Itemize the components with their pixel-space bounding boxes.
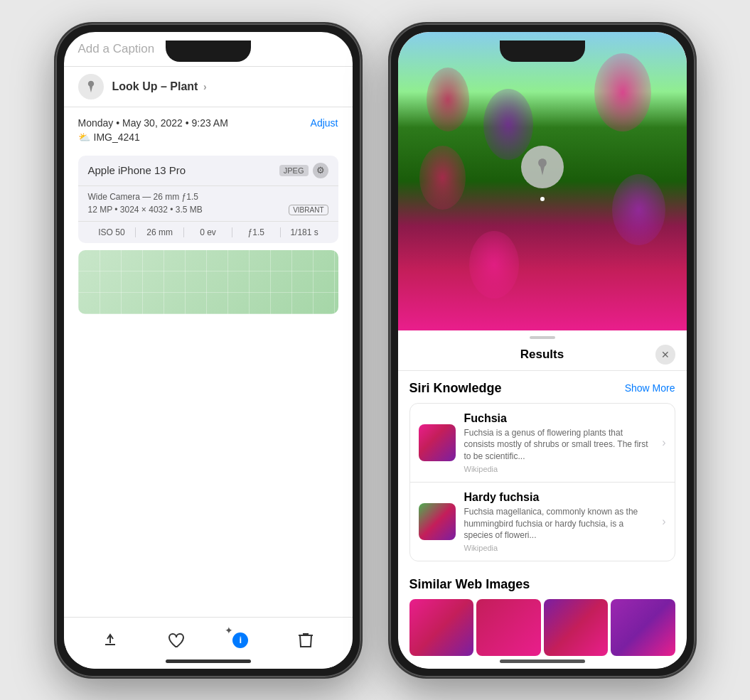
fuchsia-description: Fuchsia is a genus of flowering plants t…	[464, 427, 654, 463]
map-thumbnail[interactable]	[78, 250, 338, 314]
results-title: Results	[520, 348, 564, 362]
image-name-row: ⛅ IMG_4241	[78, 131, 338, 143]
results-body: Siri Knowledge Show More Fuchsia Fuchsia…	[398, 371, 687, 669]
like-button[interactable]	[161, 626, 190, 655]
volume-up-button-2[interactable]	[390, 151, 390, 194]
phone-2: Results ✕ Siri Knowledge Show More	[390, 23, 695, 677]
exif-iso: ISO 50	[88, 227, 136, 237]
device-name-text: Apple iPhone 13 Pro	[88, 164, 186, 176]
camera-line2: 12 MP • 3024 × 4032 • 3.5 MB VIBRANT	[88, 205, 328, 215]
info-button[interactable]: ✦ i	[226, 626, 255, 655]
exif-shutter: 1/181 s	[281, 227, 328, 237]
volume-down-button[interactable]	[55, 205, 56, 247]
home-bar-2	[500, 659, 585, 663]
jpeg-badge: JPEG	[279, 165, 309, 176]
web-images-grid	[409, 599, 675, 656]
date-section: Monday • May 30, 2022 • 9:23 AM Adjust ⛅…	[64, 107, 353, 149]
fuchsia-text: Fuchsia Fuchsia is a genus of flowering …	[464, 412, 654, 473]
lookup-text: Look Up – Plant ›	[112, 80, 207, 93]
siri-knowledge-header: Siri Knowledge Show More	[409, 381, 675, 396]
exif-aperture: ƒ1.5	[232, 227, 281, 237]
info-circle-icon: i	[232, 632, 248, 648]
home-bar-1	[166, 659, 251, 663]
photo-display-2[interactable]	[398, 32, 687, 330]
knowledge-card: Fuchsia Fuchsia is a genus of flowering …	[409, 403, 675, 562]
notch-2	[500, 41, 585, 62]
visual-search-dot	[540, 197, 545, 201]
results-close-button[interactable]: ✕	[655, 345, 675, 365]
hardy-fuchsia-thumbnail	[419, 503, 456, 540]
results-header: Results ✕	[398, 339, 687, 371]
notch-1	[166, 41, 251, 62]
web-image-4[interactable]	[611, 599, 675, 656]
power-button[interactable]	[360, 137, 361, 187]
exif-row: ISO 50 26 mm 0 ev ƒ1.5 1/181 s	[78, 222, 338, 243]
settings-icon[interactable]: ⚙	[313, 163, 328, 178]
image-filename: IMG_4241	[94, 131, 140, 143]
photo-info-area: Add a Caption Look Up – Plant ›	[64, 32, 353, 314]
share-button[interactable]	[96, 626, 124, 655]
caption-placeholder[interactable]: Add a Caption	[78, 42, 155, 55]
web-images-header: Similar Web Images	[409, 577, 675, 592]
lookup-row[interactable]: Look Up – Plant ›	[64, 67, 353, 107]
cloud-icon: ⛅	[78, 131, 90, 143]
power-button-2[interactable]	[695, 137, 695, 187]
device-info-section: Apple iPhone 13 Pro JPEG ⚙ Wide Camera —…	[78, 156, 338, 243]
camera-details: Wide Camera — 26 mm ƒ1.5 12 MP • 3024 × …	[78, 186, 338, 222]
web-image-3[interactable]	[544, 599, 609, 656]
mute-button[interactable]	[55, 116, 56, 141]
knowledge-item-hardy-fuchsia[interactable]: Hardy fuchsia Fuchsia magellanica, commo…	[410, 483, 675, 561]
hardy-fuchsia-chevron-icon: ›	[662, 515, 665, 528]
phones-container: Add a Caption Look Up – Plant ›	[41, 9, 709, 691]
fuchsia-name: Fuchsia	[464, 412, 654, 425]
exif-ev: 0 ev	[184, 227, 232, 237]
web-images-section: Similar Web Images	[398, 567, 687, 656]
web-image-2[interactable]	[476, 599, 541, 656]
date-text: Monday • May 30, 2022 • 9:23 AM	[78, 117, 228, 129]
map-image	[78, 250, 338, 314]
visual-lookup-icon	[78, 74, 104, 99]
knowledge-item-fuchsia[interactable]: Fuchsia Fuchsia is a genus of flowering …	[410, 404, 675, 483]
date-line: Monday • May 30, 2022 • 9:23 AM Adjust	[78, 117, 338, 129]
vibrant-badge: VIBRANT	[289, 205, 328, 215]
phone-1: Add a Caption Look Up – Plant ›	[55, 23, 361, 677]
camera-mp-text: 12 MP • 3024 × 4032 • 3.5 MB	[88, 205, 203, 215]
web-image-1[interactable]	[409, 599, 474, 656]
volume-up-button[interactable]	[55, 151, 56, 194]
phone-2-screen: Results ✕ Siri Knowledge Show More	[398, 32, 687, 669]
sparkle-icon: ✦	[225, 625, 233, 636]
hardy-fuchsia-name: Hardy fuchsia	[464, 491, 654, 504]
fuchsia-chevron-icon: ›	[662, 436, 665, 449]
volume-down-button-2[interactable]	[390, 205, 390, 247]
phone-1-screen: Add a Caption Look Up – Plant ›	[64, 32, 353, 669]
hardy-fuchsia-source: Wikipedia	[464, 544, 654, 552]
visual-search-button[interactable]	[521, 146, 564, 188]
lookup-arrow-icon: ›	[203, 81, 207, 92]
fuchsia-thumbnail	[419, 424, 456, 461]
fuchsia-source: Wikipedia	[464, 465, 654, 473]
hardy-fuchsia-description: Fuchsia magellanica, commonly known as t…	[464, 506, 654, 542]
show-more-button[interactable]: Show More	[625, 382, 675, 394]
device-header-row: Apple iPhone 13 Pro JPEG ⚙	[78, 156, 338, 186]
siri-knowledge-section: Siri Knowledge Show More Fuchsia Fuchsia…	[398, 371, 687, 562]
hardy-fuchsia-text: Hardy fuchsia Fuchsia magellanica, commo…	[464, 491, 654, 552]
camera-line1: Wide Camera — 26 mm ƒ1.5	[88, 192, 328, 202]
mute-button-2[interactable]	[390, 116, 390, 141]
lookup-label: Look Up –	[112, 80, 167, 92]
web-images-title: Similar Web Images	[409, 577, 530, 592]
delete-button[interactable]	[291, 626, 320, 655]
results-sheet: Results ✕ Siri Knowledge Show More	[398, 330, 687, 669]
exif-mm: 26 mm	[136, 227, 184, 237]
adjust-button[interactable]: Adjust	[311, 117, 338, 129]
lookup-subject: Plant	[170, 80, 198, 92]
siri-knowledge-title: Siri Knowledge	[409, 381, 502, 396]
device-badges: JPEG ⚙	[279, 163, 328, 178]
